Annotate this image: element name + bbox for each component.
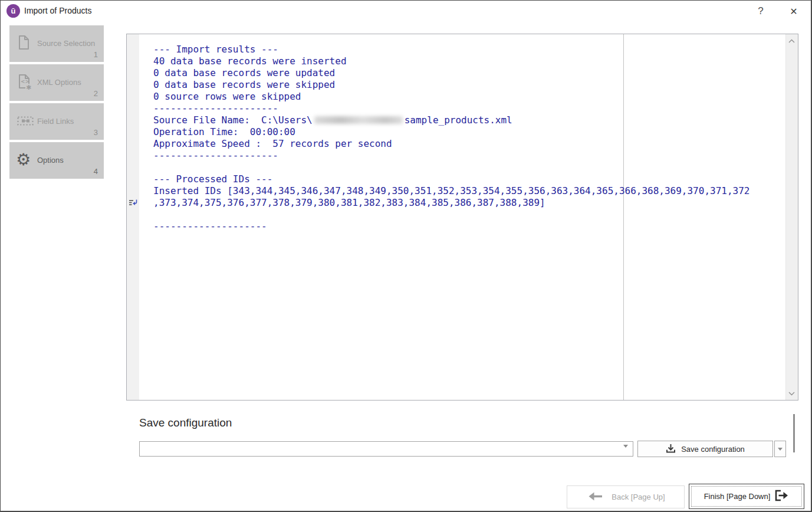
log-line: 0 data base records were updated bbox=[153, 67, 783, 79]
redacted-username bbox=[314, 116, 403, 124]
arrow-left-icon bbox=[586, 491, 603, 503]
window-title: Import of Products bbox=[24, 6, 91, 15]
log-line: Operation Time: 00:00:00 bbox=[153, 126, 783, 138]
svg-text:✱: ✱ bbox=[26, 84, 31, 90]
sidebar-step-options[interactable]: ⚙ Options 4 bbox=[9, 142, 104, 179]
back-button[interactable]: Back [Page Up] bbox=[567, 485, 685, 508]
vertical-divider bbox=[793, 414, 795, 452]
save-configuration-button-label: Save configuration bbox=[681, 445, 745, 454]
log-line: 40 data base records were inserted bbox=[153, 55, 783, 67]
exit-arrow-icon bbox=[774, 490, 789, 503]
field-links-icon bbox=[17, 115, 34, 129]
log-line: --- Import results --- bbox=[153, 44, 783, 55]
log-line bbox=[153, 209, 783, 221]
back-button-label: Back [Page Up] bbox=[612, 493, 665, 501]
save-configuration-button[interactable]: Save configuration bbox=[637, 441, 773, 457]
help-button[interactable]: ? bbox=[753, 4, 768, 18]
configuration-name-combobox[interactable] bbox=[139, 441, 633, 457]
step-number: 4 bbox=[94, 167, 98, 176]
save-download-icon bbox=[666, 444, 676, 455]
titlebar: ū Import of Products ? ✕ bbox=[1, 1, 811, 22]
sidebar-step-source-selection[interactable]: Source Selection 1 bbox=[9, 25, 104, 62]
step-label: Field Links bbox=[37, 117, 74, 126]
document-icon bbox=[17, 35, 30, 52]
log-line: 0 data base records were skipped bbox=[153, 79, 783, 91]
step-label: XML Options bbox=[37, 78, 81, 87]
log-line: ---------------------- bbox=[153, 150, 783, 162]
xml-file-icon: <>✱ bbox=[17, 74, 32, 93]
log-line: Inserted IDs [343,344,345,346,347,348,34… bbox=[153, 185, 783, 197]
scroll-up-icon[interactable] bbox=[786, 35, 797, 46]
step-number: 1 bbox=[94, 50, 98, 59]
chevron-down-icon bbox=[778, 448, 783, 451]
log-line bbox=[153, 162, 783, 173]
line-wrap-icon bbox=[129, 199, 138, 207]
sidebar-step-field-links[interactable]: Field Links 3 bbox=[9, 103, 104, 140]
app-logo-icon: ū bbox=[6, 4, 20, 18]
step-label: Options bbox=[37, 156, 64, 165]
step-number: 2 bbox=[94, 89, 98, 98]
log-line: ---------------------- bbox=[153, 103, 783, 114]
log-content: --- Import results ---40 data base recor… bbox=[139, 34, 785, 400]
log-gutter bbox=[127, 34, 139, 400]
sidebar-step-xml-options[interactable]: <>✱ XML Options 2 bbox=[9, 64, 104, 101]
scroll-down-icon[interactable] bbox=[786, 388, 797, 399]
finish-button[interactable]: Finish [Page Down] bbox=[689, 484, 804, 509]
log-line: -------------------- bbox=[153, 221, 783, 232]
vertical-scrollbar[interactable] bbox=[785, 34, 798, 400]
import-wizard-window: ū Import of Products ? ✕ Source Selectio… bbox=[0, 0, 812, 512]
save-configuration-dropdown-button[interactable] bbox=[774, 441, 786, 457]
save-configuration-heading: Save configuration bbox=[139, 416, 232, 429]
configuration-name-input[interactable] bbox=[140, 442, 633, 456]
log-line: ,373,374,375,376,377,378,379,380,381,382… bbox=[153, 197, 783, 209]
log-line: --- Processed IDs --- bbox=[153, 173, 783, 185]
step-label: Source Selection bbox=[37, 39, 95, 48]
log-line: Source File Name: C:\Users\sample_produc… bbox=[153, 114, 783, 126]
close-button[interactable]: ✕ bbox=[786, 4, 801, 18]
log-line: Approximate Speed : 57 records per secon… bbox=[153, 138, 783, 150]
finish-button-label: Finish [Page Down] bbox=[704, 492, 771, 501]
combobox-dropdown-icon[interactable] bbox=[623, 448, 628, 458]
log-line: 0 source rows were skipped bbox=[153, 91, 783, 103]
gear-icon: ⚙ bbox=[17, 155, 32, 172]
import-log-textbox[interactable]: --- Import results ---40 data base recor… bbox=[126, 34, 798, 401]
step-number: 3 bbox=[94, 128, 98, 137]
